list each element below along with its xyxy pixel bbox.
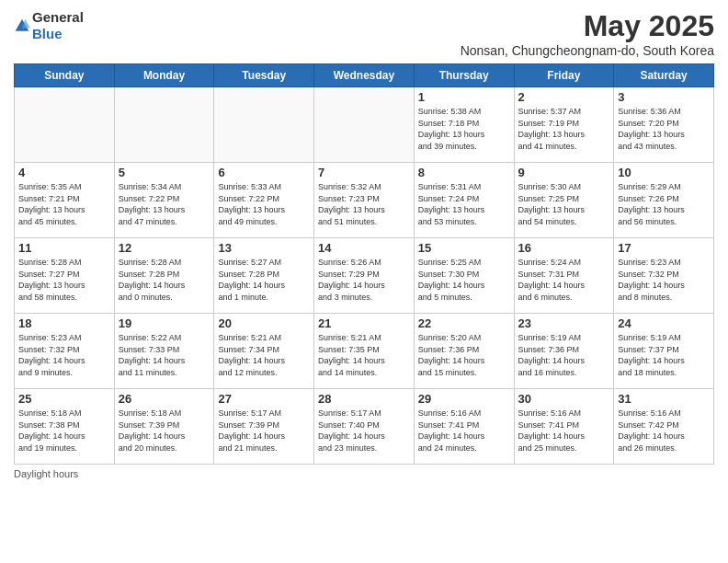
day-info: Sunrise: 5:21 AM Sunset: 7:34 PM Dayligh… [218,332,310,378]
week-row-3: 11Sunrise: 5:28 AM Sunset: 7:27 PM Dayli… [15,238,714,314]
calendar-cell: 9Sunrise: 5:30 AM Sunset: 7:25 PM Daylig… [514,163,614,238]
week-row-1: 1Sunrise: 5:38 AM Sunset: 7:18 PM Daylig… [15,87,714,163]
day-number: 29 [418,392,510,406]
day-number: 20 [218,316,310,330]
calendar-cell: 12Sunrise: 5:28 AM Sunset: 7:28 PM Dayli… [114,238,214,314]
day-info: Sunrise: 5:23 AM Sunset: 7:32 PM Dayligh… [618,257,710,303]
day-number: 30 [518,392,610,406]
day-info: Sunrise: 5:28 AM Sunset: 7:28 PM Dayligh… [119,257,210,303]
calendar-cell [114,87,214,163]
calendar-cell: 21Sunrise: 5:21 AM Sunset: 7:35 PM Dayli… [314,314,415,389]
day-header-sunday: Sunday [15,64,115,87]
day-number: 22 [418,316,510,330]
day-number: 1 [418,90,510,104]
day-header-saturday: Saturday [614,64,714,87]
calendar-cell: 27Sunrise: 5:17 AM Sunset: 7:39 PM Dayli… [214,389,314,465]
week-row-2: 4Sunrise: 5:35 AM Sunset: 7:21 PM Daylig… [15,163,714,238]
day-number: 26 [119,392,210,406]
calendar-cell: 6Sunrise: 5:33 AM Sunset: 7:22 PM Daylig… [214,163,314,238]
day-number: 11 [18,241,110,255]
day-info: Sunrise: 5:33 AM Sunset: 7:22 PM Dayligh… [218,181,310,227]
day-info: Sunrise: 5:34 AM Sunset: 7:22 PM Dayligh… [119,181,210,227]
location-subtitle: Nonsan, Chungcheongnam-do, South Korea [461,43,714,58]
day-info: Sunrise: 5:16 AM Sunset: 7:41 PM Dayligh… [418,408,510,454]
day-header-thursday: Thursday [414,64,514,87]
days-header-row: SundayMondayTuesdayWednesdayThursdayFrid… [15,64,714,87]
header: General Blue May 2025 Nonsan, Chungcheon… [14,9,714,58]
day-info: Sunrise: 5:27 AM Sunset: 7:28 PM Dayligh… [218,257,310,303]
calendar-cell: 19Sunrise: 5:22 AM Sunset: 7:33 PM Dayli… [114,314,214,389]
calendar-cell [314,87,415,163]
day-number: 24 [618,316,710,330]
day-number: 15 [418,241,510,255]
calendar-cell: 30Sunrise: 5:16 AM Sunset: 7:41 PM Dayli… [514,389,614,465]
title-area: May 2025 Nonsan, Chungcheongnam-do, Sout… [461,9,714,58]
day-info: Sunrise: 5:36 AM Sunset: 7:20 PM Dayligh… [618,106,710,152]
day-info: Sunrise: 5:17 AM Sunset: 7:40 PM Dayligh… [318,408,410,454]
calendar-cell: 3Sunrise: 5:36 AM Sunset: 7:20 PM Daylig… [614,87,714,163]
day-info: Sunrise: 5:26 AM Sunset: 7:29 PM Dayligh… [318,257,410,303]
day-info: Sunrise: 5:19 AM Sunset: 7:37 PM Dayligh… [618,332,710,378]
calendar-cell: 24Sunrise: 5:19 AM Sunset: 7:37 PM Dayli… [614,314,714,389]
calendar-cell: 25Sunrise: 5:18 AM Sunset: 7:38 PM Dayli… [15,389,115,465]
calendar-cell: 13Sunrise: 5:27 AM Sunset: 7:28 PM Dayli… [214,238,314,314]
logo-icon [14,17,30,34]
day-number: 7 [318,166,410,179]
calendar-page: General Blue May 2025 Nonsan, Chungcheon… [0,0,728,563]
day-info: Sunrise: 5:17 AM Sunset: 7:39 PM Dayligh… [218,408,310,454]
day-number: 13 [218,241,310,255]
day-info: Sunrise: 5:18 AM Sunset: 7:39 PM Dayligh… [119,408,210,454]
day-number: 19 [119,316,210,330]
day-number: 16 [518,241,610,255]
day-number: 28 [318,392,410,406]
day-header-tuesday: Tuesday [214,64,314,87]
month-title: May 2025 [461,9,714,43]
day-number: 14 [318,241,410,255]
calendar-cell: 5Sunrise: 5:34 AM Sunset: 7:22 PM Daylig… [114,163,214,238]
day-header-wednesday: Wednesday [314,64,415,87]
day-info: Sunrise: 5:31 AM Sunset: 7:24 PM Dayligh… [418,181,510,227]
calendar-cell: 14Sunrise: 5:26 AM Sunset: 7:29 PM Dayli… [314,238,415,314]
day-number: 8 [418,166,510,179]
day-number: 2 [518,90,610,104]
calendar-cell: 7Sunrise: 5:32 AM Sunset: 7:23 PM Daylig… [314,163,415,238]
day-info: Sunrise: 5:24 AM Sunset: 7:31 PM Dayligh… [518,257,610,303]
day-number: 9 [518,166,610,179]
day-info: Sunrise: 5:35 AM Sunset: 7:21 PM Dayligh… [18,181,110,227]
logo-general: General [32,9,84,25]
day-info: Sunrise: 5:25 AM Sunset: 7:30 PM Dayligh… [418,257,510,303]
calendar-cell: 15Sunrise: 5:25 AM Sunset: 7:30 PM Dayli… [414,238,514,314]
footer-note: Daylight hours [14,468,714,479]
calendar-table: SundayMondayTuesdayWednesdayThursdayFrid… [14,63,714,465]
calendar-cell: 26Sunrise: 5:18 AM Sunset: 7:39 PM Dayli… [114,389,214,465]
day-info: Sunrise: 5:37 AM Sunset: 7:19 PM Dayligh… [518,106,610,152]
day-number: 4 [18,166,110,179]
calendar-cell [15,87,115,163]
calendar-cell: 31Sunrise: 5:16 AM Sunset: 7:42 PM Dayli… [614,389,714,465]
day-number: 23 [518,316,610,330]
calendar-cell: 11Sunrise: 5:28 AM Sunset: 7:27 PM Dayli… [15,238,115,314]
calendar-cell: 8Sunrise: 5:31 AM Sunset: 7:24 PM Daylig… [414,163,514,238]
calendar-cell: 10Sunrise: 5:29 AM Sunset: 7:26 PM Dayli… [614,163,714,238]
calendar-cell: 17Sunrise: 5:23 AM Sunset: 7:32 PM Dayli… [614,238,714,314]
calendar-cell: 1Sunrise: 5:38 AM Sunset: 7:18 PM Daylig… [414,87,514,163]
day-header-monday: Monday [114,64,214,87]
day-number: 21 [318,316,410,330]
logo-blue: Blue [32,26,63,41]
day-number: 10 [618,166,710,179]
calendar-cell: 16Sunrise: 5:24 AM Sunset: 7:31 PM Dayli… [514,238,614,314]
day-info: Sunrise: 5:21 AM Sunset: 7:35 PM Dayligh… [318,332,410,378]
calendar-cell: 28Sunrise: 5:17 AM Sunset: 7:40 PM Dayli… [314,389,415,465]
day-info: Sunrise: 5:28 AM Sunset: 7:27 PM Dayligh… [18,257,110,303]
calendar-cell: 22Sunrise: 5:20 AM Sunset: 7:36 PM Dayli… [414,314,514,389]
day-header-friday: Friday [514,64,614,87]
calendar-cell: 29Sunrise: 5:16 AM Sunset: 7:41 PM Dayli… [414,389,514,465]
day-info: Sunrise: 5:18 AM Sunset: 7:38 PM Dayligh… [18,408,110,454]
day-info: Sunrise: 5:19 AM Sunset: 7:36 PM Dayligh… [518,332,610,378]
week-row-4: 18Sunrise: 5:23 AM Sunset: 7:32 PM Dayli… [15,314,714,389]
day-info: Sunrise: 5:16 AM Sunset: 7:41 PM Dayligh… [518,408,610,454]
week-row-5: 25Sunrise: 5:18 AM Sunset: 7:38 PM Dayli… [15,389,714,465]
day-info: Sunrise: 5:20 AM Sunset: 7:36 PM Dayligh… [418,332,510,378]
day-number: 31 [618,392,710,406]
day-number: 18 [18,316,110,330]
